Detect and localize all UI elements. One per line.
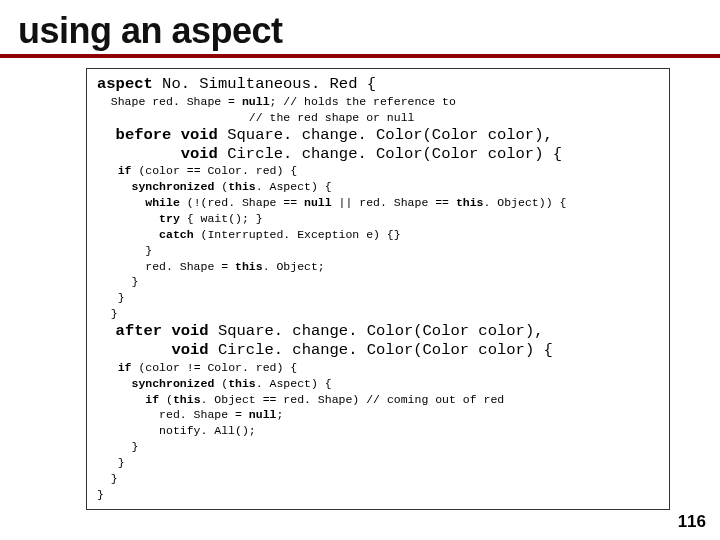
code-text: Square. change. Color(Color color),: [209, 322, 544, 340]
code-text: ; // holds the reference to: [270, 95, 456, 108]
kw-catch: catch: [97, 228, 194, 241]
code-text: Shape red. Shape =: [97, 95, 242, 108]
kw-null: null: [242, 95, 270, 108]
kw-null: null: [304, 196, 332, 209]
kw-this: this: [173, 393, 201, 406]
code-text: Square. change. Color(Color color),: [218, 126, 553, 144]
kw-synchronized: synchronized: [97, 377, 214, 390]
code-text: }: [97, 291, 125, 304]
kw-synchronized: synchronized: [97, 180, 214, 193]
kw-void: void: [97, 341, 209, 359]
kw-while: while: [97, 196, 180, 209]
code-text: (Interrupted. Exception e) {}: [194, 228, 401, 241]
code-text: || red. Shape ==: [332, 196, 456, 209]
code-text: . Object == red. Shape) // coming out of…: [201, 393, 505, 406]
code-text: ;: [276, 408, 283, 421]
code-text: }: [97, 307, 118, 320]
code-text: // the red shape or null: [97, 111, 414, 124]
page-number: 116: [678, 512, 706, 532]
code-text: . Aspect) {: [256, 180, 332, 193]
kw-try: try: [97, 212, 180, 225]
code-text: }: [97, 244, 152, 257]
kw-null: null: [249, 408, 277, 421]
code-text: }: [97, 275, 138, 288]
title-rule: [0, 54, 720, 58]
code-text: . Object)) {: [484, 196, 567, 209]
code-text: (color != Color. red) {: [132, 361, 298, 374]
code-text: red. Shape =: [97, 408, 249, 421]
kw-aspect: aspect: [97, 75, 153, 93]
code-text: }: [97, 440, 138, 453]
kw-if: if: [97, 393, 159, 406]
code-text: . Object;: [263, 260, 325, 273]
code-text: Circle. change. Color(Color color) {: [209, 341, 553, 359]
kw-void: void: [97, 145, 218, 163]
code-text: (!(red. Shape ==: [180, 196, 304, 209]
code-text: No. Simultaneous. Red {: [153, 75, 376, 93]
code-text: (: [214, 377, 228, 390]
kw-this: this: [228, 377, 256, 390]
code-text: { wait(); }: [180, 212, 263, 225]
kw-before-void: before void: [97, 126, 218, 144]
code-text: }: [97, 456, 125, 469]
slide-title: using an aspect: [18, 10, 702, 52]
code-text: . Aspect) {: [256, 377, 332, 390]
kw-this: this: [235, 260, 263, 273]
code-text: notify. All();: [97, 424, 256, 437]
code-text: }: [97, 488, 104, 501]
code-text: Circle. change. Color(Color color) {: [218, 145, 562, 163]
code-block: aspect No. Simultaneous. Red { Shape red…: [86, 68, 670, 510]
kw-if: if: [97, 361, 132, 374]
code-text: }: [97, 472, 118, 485]
code-text: red. Shape =: [97, 260, 235, 273]
kw-if: if: [97, 164, 132, 177]
kw-after-void: after void: [97, 322, 209, 340]
code-text: (: [159, 393, 173, 406]
kw-this: this: [456, 196, 484, 209]
kw-this: this: [228, 180, 256, 193]
code-text: (color == Color. red) {: [132, 164, 298, 177]
code-text: (: [214, 180, 228, 193]
